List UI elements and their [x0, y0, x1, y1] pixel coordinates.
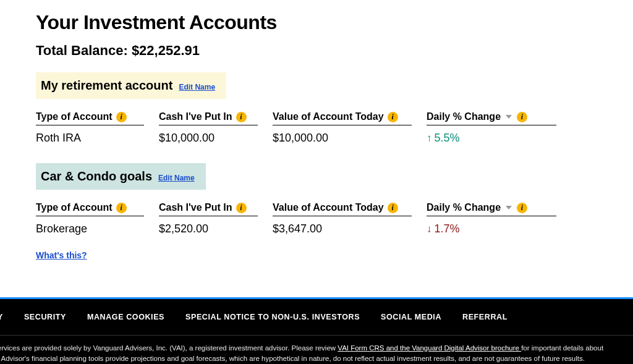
col-header-type-label: Type of Account	[36, 111, 113, 122]
account-name-row: Car & Condo goals Edit Name	[36, 163, 206, 190]
info-icon[interactable]: i	[388, 203, 398, 213]
daily-change-percent: 5.5%	[435, 132, 460, 144]
col-header-cash-label: Cash I've Put In	[159, 111, 232, 122]
info-icon[interactable]: i	[236, 203, 247, 213]
col-header-cash-label: Cash I've Put In	[159, 202, 232, 213]
col-header-daily[interactable]: Daily % Change i	[427, 111, 556, 125]
account-value: $10,000.00	[273, 132, 412, 145]
col-header-type: Type of Account i	[36, 111, 144, 125]
account-type-value: Roth IRA	[36, 132, 144, 145]
footer-nav: Y SECURITY MANAGE COOKIES SPECIAL NOTICE…	[0, 313, 633, 335]
col-header-value: Value of Account Today i	[273, 202, 412, 216]
account-columns: Type of Account i Roth IRA Cash I've Put…	[36, 111, 633, 145]
edit-name-link[interactable]: Edit Name	[158, 174, 195, 182]
footer-nav-referral[interactable]: REFERRAL	[462, 313, 508, 321]
col-header-daily[interactable]: Daily % Change i	[427, 202, 556, 216]
col-header-type: Type of Account i	[36, 202, 144, 216]
footer-nav-special-notice[interactable]: SPECIAL NOTICE TO NON-U.S. INVESTORS	[185, 313, 360, 321]
account-name: Car & Condo goals	[41, 169, 152, 184]
info-icon[interactable]: i	[517, 203, 527, 213]
chevron-down-icon	[506, 115, 512, 119]
footer-legal: services are provided solely by Vanguard…	[0, 336, 633, 365]
page-title: Your Investment Accounts	[36, 11, 633, 34]
footer: Y SECURITY MANAGE COOKIES SPECIAL NOTICE…	[0, 297, 633, 365]
col-header-value-label: Value of Account Today	[273, 111, 384, 122]
daily-change-value: ↑5.5%	[427, 132, 556, 145]
account-value: $3,647.00	[273, 222, 412, 235]
col-header-daily-label: Daily % Change	[427, 202, 501, 213]
col-header-value-label: Value of Account Today	[273, 202, 384, 213]
arrow-up-icon: ↑	[427, 132, 432, 144]
col-header-type-label: Type of Account	[36, 202, 113, 213]
total-balance-value: $22,252.91	[132, 43, 200, 58]
info-icon[interactable]: i	[517, 112, 527, 122]
account-columns: Type of Account i Brokerage What's this?…	[36, 202, 633, 261]
col-header-value: Value of Account Today i	[273, 111, 412, 125]
cash-value: $10,000.00	[159, 132, 258, 145]
total-balance: Total Balance: $22,252.91	[36, 43, 633, 59]
info-icon[interactable]: i	[236, 112, 247, 122]
daily-change-value: ↓1.7%	[427, 222, 556, 235]
footer-nav-manage-cookies[interactable]: MANAGE COOKIES	[87, 313, 164, 321]
info-icon[interactable]: i	[116, 203, 127, 213]
arrow-down-icon: ↓	[427, 223, 432, 235]
whats-this-link[interactable]: What's this?	[36, 250, 87, 260]
footer-nav-social-media[interactable]: SOCIAL MEDIA	[381, 313, 441, 321]
footer-legal-text: for important details about	[521, 344, 603, 352]
account-name-row: My retirement account Edit Name	[36, 72, 226, 99]
footer-legal-link[interactable]: VAI Form CRS and the Vanguard Digital Ad…	[338, 344, 521, 352]
cash-value: $2,520.00	[159, 222, 258, 235]
info-icon[interactable]: i	[116, 112, 127, 122]
col-header-cash: Cash I've Put In i	[159, 202, 258, 216]
edit-name-link[interactable]: Edit Name	[179, 83, 215, 91]
footer-legal-text: services are provided solely by Vanguard…	[0, 344, 338, 352]
footer-nav-security[interactable]: SECURITY	[24, 313, 66, 321]
footer-nav-item[interactable]: Y	[0, 313, 3, 321]
footer-legal-text-2: al Advisor's financial planning tools pr…	[0, 353, 633, 364]
col-header-daily-label: Daily % Change	[427, 111, 501, 122]
info-icon[interactable]: i	[388, 112, 398, 122]
account-block: My retirement account Edit Name Type of …	[36, 72, 633, 145]
daily-change-percent: 1.7%	[435, 222, 460, 235]
account-type-value: Brokerage	[36, 222, 144, 235]
col-header-cash: Cash I've Put In i	[159, 111, 258, 125]
total-balance-label: Total Balance:	[36, 43, 128, 58]
account-block: Car & Condo goals Edit Name Type of Acco…	[36, 163, 633, 261]
account-name: My retirement account	[41, 78, 172, 93]
chevron-down-icon	[506, 206, 512, 210]
